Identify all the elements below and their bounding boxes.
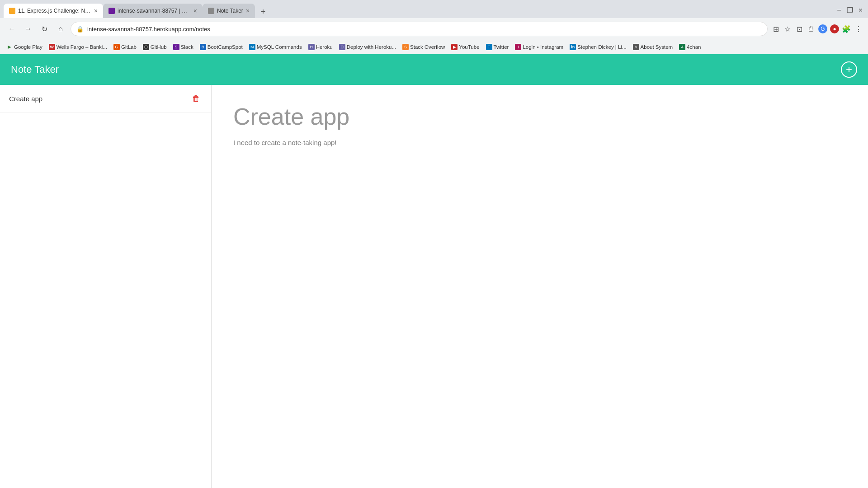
tab-2[interactable]: intense-savannah-88757 | Heroku... × (103, 4, 203, 18)
github-icon: ⬡ (143, 44, 149, 50)
bookmark-mysql-label: MySQL Commands (257, 44, 302, 50)
window-controls: − ❐ × (835, 4, 864, 18)
bookmark-about-system-label: About System (641, 44, 673, 50)
note-detail-panel: Create app I need to create a note-takin… (212, 85, 868, 488)
bookmark-twitter[interactable]: T Twitter (483, 43, 512, 51)
tab-1-title: 11. Express.js Challenge: Note Ta... (18, 8, 91, 14)
wells-fargo-icon: W (49, 44, 55, 50)
home-button[interactable]: ⌂ (54, 23, 67, 35)
instagram-icon: I (515, 44, 521, 50)
tab-1-favicon (9, 8, 15, 14)
bookmark-slack[interactable]: S Slack (170, 43, 196, 51)
4chan-icon: 4 (679, 44, 685, 50)
app-title: Note Taker (11, 64, 841, 75)
cast-icon[interactable]: ⊡ (795, 24, 804, 33)
bookmark-4chan-label: 4chan (687, 44, 701, 50)
bookmark-linkedin[interactable]: in Stephen Dickey | Li... (567, 43, 629, 51)
tab-2-title: intense-savannah-88757 | Heroku... (118, 8, 191, 14)
bookmark-stack-overflow-label: Stack Overflow (410, 44, 445, 50)
bookmark-youtube-label: YouTube (459, 44, 479, 50)
gitlab-icon: G (113, 44, 120, 50)
twitter-icon: T (486, 44, 492, 50)
bookmarks-bar: ▶ Google Play W Wells Fargo – Banki... G… (0, 40, 868, 54)
puzzle-icon[interactable]: 🧩 (842, 24, 851, 33)
bookmark-4chan[interactable]: 4 4chan (676, 43, 703, 51)
note-list-title: Create app (9, 95, 190, 103)
tab-bar: 11. Express.js Challenge: Note Ta... × i… (0, 0, 868, 18)
profile-icon[interactable]: ● (830, 24, 839, 33)
close-window-button[interactable]: × (857, 5, 864, 16)
address-bar[interactable]: 🔒 intense-savannah-88757.herokuapp.com/n… (71, 22, 768, 36)
reload-button[interactable]: ↻ (38, 23, 51, 35)
nav-right-controls: ⊞ ☆ ⊡ ⎙ G ● 🧩 ⋮ (771, 24, 863, 33)
bookmark-heroku-label: Heroku (316, 44, 333, 50)
slack-icon: S (173, 44, 179, 50)
bookmark-google-play[interactable]: ▶ Google Play (4, 43, 45, 51)
mysql-icon: M (249, 44, 255, 50)
bookmark-instagram[interactable]: I Login • Instagram (512, 43, 566, 51)
tab-1-close[interactable]: × (94, 7, 98, 14)
youtube-icon: ▶ (451, 44, 458, 50)
bookmark-github-label: GitHub (151, 44, 167, 50)
new-tab-button[interactable]: + (257, 5, 269, 18)
tab-3-close[interactable]: × (246, 7, 250, 14)
minimize-button[interactable]: − (835, 5, 843, 16)
bookmark-wells-fargo[interactable]: W Wells Fargo – Banki... (46, 43, 110, 51)
deploy-heroku-icon: D (339, 44, 345, 50)
forward-button[interactable]: → (22, 23, 34, 35)
extensions-icon[interactable]: ⊞ (771, 24, 780, 33)
note-body-display: I need to create a note-taking app! (233, 137, 846, 148)
menu-icon[interactable]: ⋮ (854, 24, 863, 33)
bookmark-stack-overflow[interactable]: S Stack Overflow (400, 43, 448, 51)
delete-note-button[interactable]: 🗑 (190, 92, 202, 105)
bookmark-linkedin-label: Stephen Dickey | Li... (577, 44, 626, 50)
browser-chrome: 11. Express.js Challenge: Note Ta... × i… (0, 0, 868, 40)
bookmark-instagram-label: Login • Instagram (523, 44, 563, 50)
bookmark-bootcampspot[interactable]: B BootCampSpot (197, 43, 245, 51)
note-list-item[interactable]: Create app 🗑 (0, 85, 211, 113)
tab-2-favicon (108, 8, 115, 14)
bookmark-deploy-heroku-label: Deploy with Heroku... (347, 44, 396, 50)
bookmark-github[interactable]: ⬡ GitHub (140, 43, 170, 51)
app-body: Create app 🗑 Create app I need to create… (0, 85, 868, 488)
bookmark-bootcampspot-label: BootCampSpot (208, 44, 243, 50)
bookmark-icon[interactable]: ☆ (783, 24, 792, 33)
bookmark-deploy-heroku[interactable]: D Deploy with Heroku... (336, 43, 399, 51)
tab-3[interactable]: Note Taker × (203, 4, 255, 18)
screenshot-icon[interactable]: ⎙ (807, 24, 816, 33)
address-text: intense-savannah-88757.herokuapp.com/not… (87, 26, 762, 33)
bookmark-about-system[interactable]: A About System (630, 43, 676, 51)
note-title-display: Create app (233, 103, 846, 130)
bookmark-twitter-label: Twitter (494, 44, 509, 50)
google-play-icon: ▶ (6, 44, 13, 50)
nav-bar: ← → ↻ ⌂ 🔒 intense-savannah-88757.herokua… (0, 18, 868, 40)
tab-1[interactable]: 11. Express.js Challenge: Note Ta... × (4, 4, 103, 18)
bookmark-slack-label: Slack (181, 44, 193, 50)
heroku-icon: H (308, 44, 315, 50)
restore-button[interactable]: ❐ (845, 4, 855, 16)
back-button[interactable]: ← (5, 23, 18, 35)
about-system-icon: A (633, 44, 639, 50)
bookmark-gitlab-label: GitLab (121, 44, 137, 50)
add-note-button[interactable]: + (841, 61, 857, 78)
bookmark-youtube[interactable]: ▶ YouTube (448, 43, 482, 51)
bootcampspot-icon: B (200, 44, 206, 50)
linkedin-icon: in (570, 44, 576, 50)
tab-3-title: Note Taker (217, 8, 243, 14)
app-header: Note Taker + (0, 54, 868, 85)
bookmark-google-play-label: Google Play (14, 44, 42, 50)
bookmark-gitlab[interactable]: G GitLab (111, 43, 139, 51)
bookmark-wells-fargo-label: Wells Fargo – Banki... (57, 44, 107, 50)
tab-3-favicon (208, 8, 214, 14)
google-account-icon[interactable]: G (818, 24, 827, 33)
bookmark-mysql[interactable]: M MySQL Commands (246, 43, 305, 51)
notes-sidebar: Create app 🗑 (0, 85, 212, 488)
stack-overflow-icon: S (402, 44, 409, 50)
bookmark-heroku[interactable]: H Heroku (306, 43, 335, 51)
tab-2-close[interactable]: × (193, 7, 197, 14)
